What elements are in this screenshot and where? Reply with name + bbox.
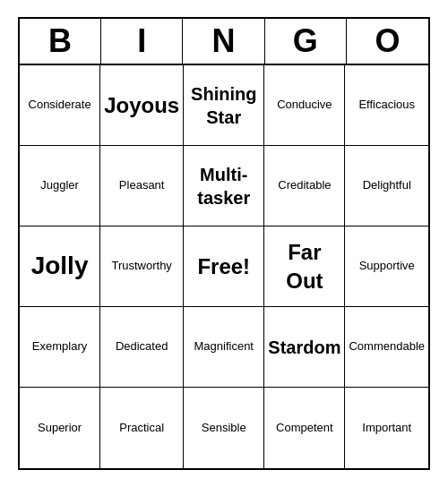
bingo-cell: Trustworthy [100, 226, 184, 307]
bingo-grid: ConsiderateJoyousShining StarConduciveEf… [20, 65, 428, 468]
bingo-cell: Creditable [264, 146, 345, 226]
bingo-cell: Sensible [184, 388, 264, 468]
cell-text: Free! [197, 252, 250, 280]
header-letter: I [101, 19, 183, 64]
cell-text: Jolly [31, 250, 89, 282]
cell-text: Supportive [359, 259, 415, 274]
bingo-cell: Efficacious [345, 65, 428, 146]
cell-text: Multi-tasker [187, 163, 260, 209]
cell-text: Efficacious [358, 98, 415, 113]
bingo-cell: Pleasant [100, 146, 184, 226]
cell-text: Commendable [349, 339, 425, 355]
cell-text: Juggler [40, 178, 79, 193]
bingo-card: BINGO ConsiderateJoyousShining StarCondu… [18, 17, 430, 470]
bingo-cell: Practical [100, 388, 184, 468]
cell-text: Superior [38, 421, 82, 436]
bingo-cell: Considerate [20, 65, 100, 146]
bingo-header: BINGO [20, 19, 428, 65]
bingo-cell: Multi-tasker [184, 146, 264, 226]
bingo-cell: Shining Star [184, 65, 264, 146]
bingo-cell: Exemplary [20, 307, 100, 388]
cell-text: Magnificent [194, 339, 254, 355]
cell-text: Trustworthy [111, 259, 171, 274]
bingo-cell: Stardom [264, 307, 345, 388]
cell-text: Creditable [278, 178, 331, 193]
bingo-cell: Important [345, 388, 428, 468]
bingo-cell: Superior [20, 388, 100, 468]
header-letter: O [347, 19, 428, 64]
bingo-cell: Conducive [264, 65, 345, 146]
cell-text: Competent [276, 421, 333, 436]
bingo-cell: Joyous [100, 65, 184, 146]
cell-text: Conducive [277, 98, 332, 113]
cell-text: Considerate [29, 98, 91, 113]
cell-text: Shining Star [187, 82, 260, 129]
cell-text: Practical [119, 421, 164, 436]
cell-text: Dedicated [116, 339, 168, 355]
bingo-cell: Supportive [345, 226, 428, 307]
header-letter: G [265, 19, 347, 64]
cell-text: Exemplary [32, 339, 87, 355]
header-letter: N [183, 19, 264, 64]
bingo-cell: Dedicated [100, 307, 184, 388]
cell-text: Far Out [268, 238, 340, 294]
cell-text: Joyous [104, 91, 179, 119]
cell-text: Important [362, 421, 411, 436]
cell-text: Pleasant [119, 178, 165, 193]
bingo-cell: Delightful [345, 146, 428, 226]
bingo-cell: Commendable [345, 307, 428, 388]
cell-text: Stardom [268, 336, 340, 359]
bingo-cell: Magnificent [184, 307, 264, 388]
cell-text: Delightful [363, 178, 411, 193]
bingo-cell: Competent [264, 388, 345, 468]
bingo-cell: Jolly [20, 226, 100, 307]
header-letter: B [20, 19, 101, 64]
bingo-cell: Free! [184, 226, 264, 307]
bingo-cell: Juggler [20, 146, 100, 226]
bingo-cell: Far Out [264, 226, 345, 307]
cell-text: Sensible [202, 421, 246, 436]
